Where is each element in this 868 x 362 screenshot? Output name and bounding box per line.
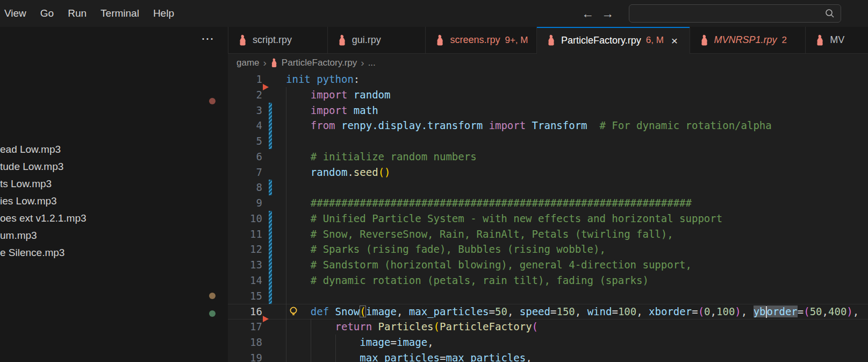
menu-item-run[interactable]: Run [61, 0, 94, 27]
code-text[interactable]: return Particles(ParticleFactory( [286, 319, 538, 335]
indent-guide [286, 133, 286, 149]
more-actions-button[interactable]: ⋯ [198, 32, 217, 47]
tab-MVNRSP1.rpy[interactable]: MVNRSP1.rpy2 [690, 27, 806, 54]
line-number[interactable]: 9 [228, 195, 262, 211]
tab-MV[interactable]: MV [806, 27, 868, 54]
line-number[interactable]: 7 [228, 165, 262, 180]
line-number[interactable]: 19 [228, 350, 262, 362]
renpy-file-icon [338, 34, 347, 46]
line-number[interactable]: 17 [228, 319, 262, 335]
line-number[interactable]: 11 [228, 226, 262, 242]
line-number[interactable]: 5 [228, 133, 262, 149]
file-list-item[interactable]: ts Low.mp3 [0, 175, 228, 193]
tab-script.rpy[interactable]: script.rpy [228, 27, 328, 54]
modified-line-marker [269, 118, 272, 133]
code-line[interactable]: 19 max_particles=max_particles, [228, 350, 868, 362]
code-text[interactable]: import math [286, 103, 378, 118]
code-line[interactable]: 2 import random [228, 87, 868, 103]
code-line[interactable]: 12 # Sparks (rising fade), Bubbles (risi… [228, 242, 868, 257]
line-number[interactable]: 4 [228, 118, 262, 133]
indent-guide [286, 288, 286, 304]
code-line[interactable]: 9 ######################################… [228, 195, 868, 211]
code-line[interactable]: 8 [228, 180, 868, 195]
line-number[interactable]: 2 [228, 87, 262, 103]
renpy-file-icon [270, 58, 278, 68]
line-number[interactable]: 18 [228, 335, 262, 350]
close-icon[interactable]: × [671, 35, 678, 46]
menu-item-help[interactable]: Help [146, 0, 181, 27]
code-line[interactable]: 17 return Particles(ParticleFactory( [228, 319, 868, 335]
line-number[interactable]: 12 [228, 242, 262, 257]
chevron-right-icon: › [263, 57, 267, 69]
line-number[interactable]: 3 [228, 103, 262, 118]
code-text[interactable]: # Snow, ReverseSnow, Rain, RainAlt, Peta… [286, 226, 673, 242]
code-editor[interactable]: 1init python:2 import random3 import mat… [228, 72, 868, 362]
code-text[interactable]: from renpy.display.transform import Tran… [286, 118, 772, 133]
tab-ParticleFactory.rpy[interactable]: ParticleFactory.rpy6, M× [537, 27, 690, 54]
code-text[interactable]: # dynamic rotation (petals, rain tilt), … [286, 273, 649, 288]
file-list-item[interactable]: e Silence.mp3 [0, 244, 228, 261]
file-list-item[interactable]: tude Low.mp3 [0, 158, 228, 175]
code-text[interactable]: # Sparks (rising fade), Bubbles (rising … [286, 242, 606, 257]
code-line[interactable]: 18 image=image, [228, 335, 868, 350]
breadcrumb-item[interactable]: game [236, 58, 260, 68]
code-text[interactable]: # initialize random numbers [286, 149, 477, 165]
code-text[interactable]: # Unified Particle System - with new eff… [286, 211, 722, 226]
line-number[interactable]: 16 [228, 304, 262, 320]
line-number[interactable]: 13 [228, 257, 262, 273]
breadcrumb-item[interactable]: ... [368, 58, 376, 68]
audio-file-list: ead Low.mp3tude Low.mp3ts Low.mp3ies Low… [0, 141, 228, 261]
code-line[interactable]: 6 # initialize random numbers [228, 149, 868, 165]
code-line[interactable]: 4 from renpy.display.transform import Tr… [228, 118, 868, 133]
tab-status-badge: 6, M [646, 35, 664, 46]
red-arrow-marker [263, 84, 269, 90]
menu-item-terminal[interactable]: Terminal [94, 0, 146, 27]
tab-screens.rpy[interactable]: screens.rpy9+, M [426, 27, 537, 54]
file-list-item[interactable]: ies Low.mp3 [0, 193, 228, 210]
renpy-file-icon [815, 34, 824, 46]
command-center-search[interactable] [629, 4, 841, 23]
tab-gui.rpy[interactable]: gui.rpy [328, 27, 426, 54]
tab-label: screens.rpy [450, 34, 500, 46]
code-line[interactable]: 10 # Unified Particle System - with new … [228, 211, 868, 226]
line-number[interactable]: 6 [228, 149, 262, 165]
code-text[interactable]: init python: [286, 72, 360, 87]
code-line[interactable]: 3 import math [228, 103, 868, 118]
menu-item-go[interactable]: Go [33, 0, 61, 27]
line-number[interactable]: 14 [228, 273, 262, 288]
file-list-item[interactable]: um.mp3 [0, 227, 228, 244]
code-line[interactable]: 15 [228, 288, 868, 304]
menu-item-view[interactable]: View [0, 0, 33, 27]
red-arrow-marker [263, 316, 269, 322]
line-number[interactable]: 8 [228, 180, 262, 195]
code-line[interactable]: 14 # dynamic rotation (petals, rain tilt… [228, 273, 868, 288]
modified-line-marker [269, 103, 272, 118]
code-text[interactable]: image=image, [286, 335, 434, 350]
code-text[interactable]: # Sandstorm (horizontal blowing), genera… [286, 257, 692, 273]
code-line[interactable]: 11 # Snow, ReverseSnow, Rain, RainAlt, P… [228, 226, 868, 242]
title-bar: ViewGoRunTerminalHelp ← → [0, 0, 868, 27]
line-number[interactable]: 1 [228, 72, 262, 87]
code-line[interactable]: 7 random.seed() [228, 165, 868, 180]
line-number[interactable]: 10 [228, 211, 262, 226]
status-dot [209, 98, 216, 104]
code-text[interactable]: ########################################… [286, 195, 692, 211]
code-line[interactable]: 1init python: [228, 72, 868, 87]
file-list-item[interactable]: ead Low.mp3 [0, 141, 228, 158]
renpy-file-icon [435, 34, 444, 46]
code-text[interactable]: max_particles=max_particles, [286, 350, 532, 362]
code-line[interactable]: 13 # Sandstorm (horizontal blowing), gen… [228, 257, 868, 273]
breadcrumb-item[interactable]: ParticleFactory.rpy [282, 58, 357, 68]
code-text[interactable]: def Snow(image, max_particles=50, speed=… [286, 304, 859, 320]
code-line[interactable]: 5 [228, 133, 868, 149]
code-text[interactable]: random.seed() [286, 165, 391, 180]
forward-arrow-icon[interactable]: → [601, 8, 614, 20]
modified-line-marker [269, 288, 272, 304]
modified-line-marker [269, 133, 272, 149]
line-number[interactable]: 15 [228, 288, 262, 304]
code-text[interactable]: import random [286, 87, 390, 103]
file-list-item[interactable]: oes ext v1.2.1.mp3 [0, 210, 228, 227]
modified-line-marker [269, 226, 272, 242]
code-line[interactable]: 16 def Snow(image, max_particles=50, spe… [228, 304, 868, 320]
back-arrow-icon[interactable]: ← [582, 8, 594, 20]
